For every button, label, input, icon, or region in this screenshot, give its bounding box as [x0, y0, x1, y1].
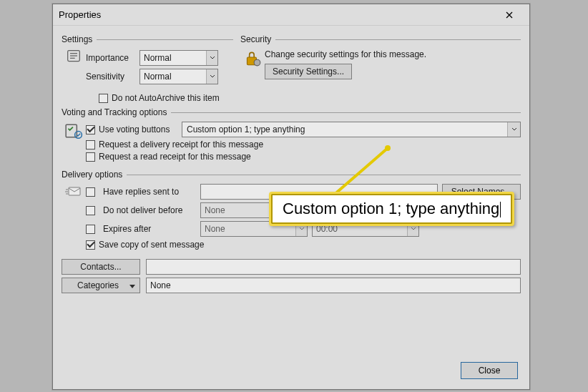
delivery-icon — [64, 184, 83, 200]
checkbox-icon — [86, 125, 95, 134]
checkbox-icon — [86, 140, 95, 150]
categories-input[interactable]: None — [146, 278, 521, 293]
chevron-down-icon — [299, 226, 305, 232]
properties-icon — [67, 49, 81, 63]
section-settings: Settings — [62, 34, 233, 44]
contacts-input[interactable] — [146, 259, 521, 275]
section-security: Security — [240, 34, 521, 44]
have-replies-checkbox[interactable] — [86, 187, 95, 197]
sensitivity-combo[interactable]: Normal — [139, 69, 218, 84]
dont-deliver-label: Do not deliver before — [103, 205, 196, 215]
expires-label: Expires after — [103, 224, 196, 234]
chevron-down-icon — [210, 55, 215, 61]
lock-icon — [243, 49, 262, 67]
read-receipt-checkbox[interactable]: Request a read receipt for this message — [86, 152, 521, 162]
chevron-down-icon — [210, 74, 215, 79]
importance-combo[interactable]: Normal — [139, 50, 218, 66]
checkbox-icon — [86, 152, 95, 162]
callout-bubble: Custom option 1; type anything — [269, 192, 514, 226]
close-dialog-button[interactable]: Close — [461, 362, 518, 379]
chevron-down-icon — [511, 127, 517, 132]
section-delivery: Delivery options — [62, 170, 521, 180]
categories-button[interactable]: Categories — [62, 278, 140, 293]
titlebar: Properties — [53, 4, 529, 26]
autoarchive-checkbox[interactable]: Do not AutoArchive this item — [99, 93, 521, 103]
security-settings-button[interactable]: Security Settings... — [265, 64, 352, 79]
security-desc: Change security settings for this messag… — [265, 49, 521, 59]
have-replies-label: Have replies sent to — [103, 187, 196, 197]
dialog-title: Properties — [59, 9, 101, 20]
chevron-down-icon — [411, 226, 416, 232]
expires-checkbox[interactable] — [86, 225, 95, 234]
svg-point-5 — [254, 59, 260, 66]
close-icon — [506, 11, 513, 19]
text-cursor — [500, 202, 501, 217]
save-copy-checkbox[interactable]: Save copy of sent message — [86, 240, 521, 250]
checkbox-icon — [99, 94, 108, 103]
contacts-button[interactable]: Contacts... — [62, 259, 140, 275]
sensitivity-label: Sensitivity — [86, 72, 139, 82]
close-button[interactable] — [495, 5, 524, 25]
dont-deliver-checkbox[interactable] — [86, 206, 95, 215]
checkbox-icon — [86, 240, 95, 250]
section-voting: Voting and Tracking options — [62, 107, 521, 117]
dialog-body: Settings Security — [53, 26, 529, 302]
use-voting-checkbox[interactable]: Use voting buttons — [86, 124, 177, 134]
svg-point-7 — [75, 132, 82, 139]
importance-label: Importance — [86, 53, 139, 63]
voting-options-combo[interactable]: Custom option 1; type anything — [182, 122, 521, 137]
voting-icon — [64, 122, 83, 140]
delivery-receipt-checkbox[interactable]: Request a delivery receipt for this mess… — [86, 139, 521, 150]
